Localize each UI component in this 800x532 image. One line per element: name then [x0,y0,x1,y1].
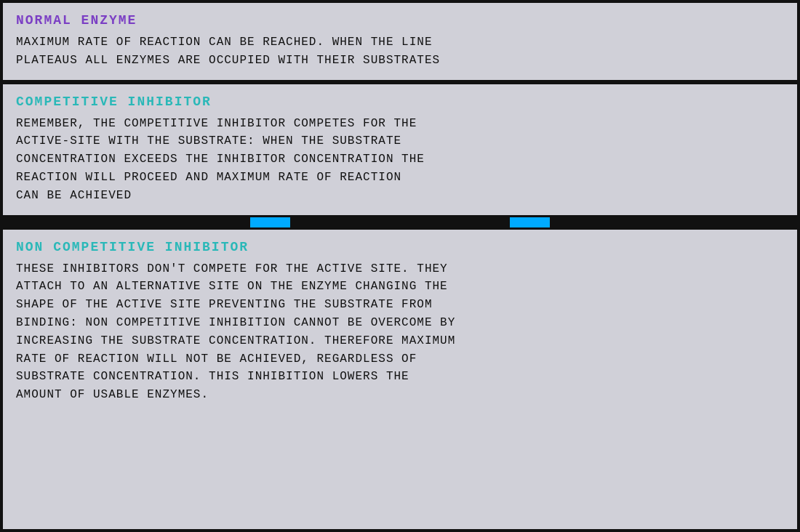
competitive-inhibitor-card: COMPETITIVE INHIBITOR REMEMBER, THE COMP… [3,84,797,215]
divider-block-left [250,217,290,227]
normal-enzyme-card: NORMAL ENZYME MAXIMUM RATE OF REACTION C… [3,3,797,80]
divider-block-right [510,217,550,227]
normal-enzyme-title: NORMAL ENZYME [16,13,784,28]
divider-row [3,219,797,225]
non-competitive-inhibitor-title: NON COMPETITIVE INHIBITOR [16,240,784,254]
non-competitive-inhibitor-body: THESE INHIBITORS DON'T COMPETE FOR THE A… [16,260,784,404]
competitive-inhibitor-body: REMEMBER, THE COMPETITIVE INHIBITOR COMP… [16,115,784,205]
page-wrapper: NORMAL ENZYME MAXIMUM RATE OF REACTION C… [0,0,800,532]
non-competitive-inhibitor-card: NON COMPETITIVE INHIBITOR THESE INHIBITO… [3,230,797,529]
competitive-inhibitor-title: COMPETITIVE INHIBITOR [16,94,784,109]
normal-enzyme-body: MAXIMUM RATE OF REACTION CAN BE REACHED.… [16,33,784,70]
